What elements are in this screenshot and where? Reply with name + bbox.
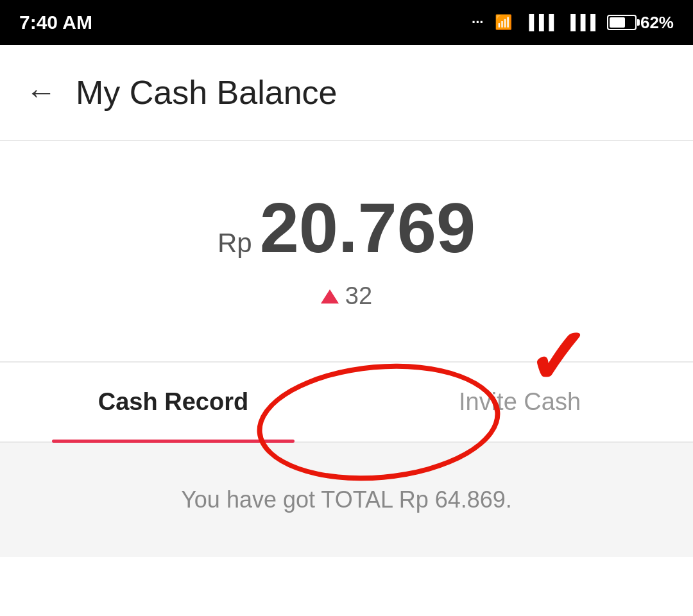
battery-icon <box>607 15 637 30</box>
balance-amount: 20.769 <box>260 193 475 263</box>
red-circle-annotation <box>252 354 505 490</box>
checkmark-annotation: ✓ <box>526 313 590 402</box>
triangle-up-icon <box>321 289 339 304</box>
status-time: 7:40 AM <box>19 12 92 33</box>
back-button[interactable]: ← <box>26 77 56 108</box>
page-title: My Cash Balance <box>76 73 338 112</box>
annotation-overlay: ✓ <box>257 364 590 506</box>
status-bar: 7:40 AM ··· 📶 ▐▐▐ ▐▐▐ 62% <box>0 0 693 45</box>
signal1-icon: ▐▐▐ <box>524 14 554 31</box>
signal2-icon: ▐▐▐ <box>565 14 595 31</box>
battery-indicator: 62% <box>607 13 674 33</box>
currency-label: Rp <box>218 228 252 259</box>
status-icons: ··· 📶 ▐▐▐ ▐▐▐ 62% <box>472 13 674 33</box>
dots-icon: ··· <box>472 14 483 31</box>
balance-change: 32 <box>26 282 667 310</box>
page-header: ← My Cash Balance <box>0 45 693 141</box>
balance-change-value: 32 <box>345 282 372 310</box>
wifi-icon: 📶 <box>495 14 512 31</box>
balance-amount-container: Rp 20.769 <box>26 193 667 263</box>
battery-percentage: 62% <box>640 13 674 33</box>
